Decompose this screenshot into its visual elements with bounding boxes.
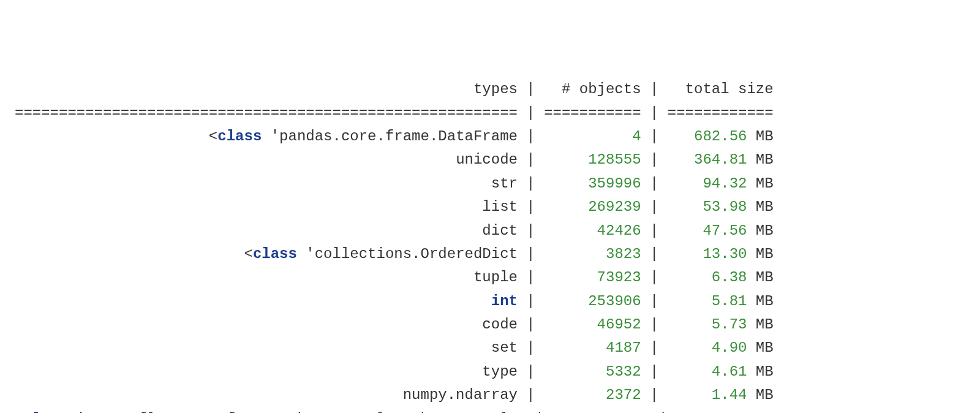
size-value: 4.90 xyxy=(712,339,747,356)
table-row: tuple | 73923 | 6.38 MB xyxy=(15,266,965,289)
size-unit: MB xyxy=(747,151,773,168)
type-name: list xyxy=(482,199,518,215)
object-count: 253906 xyxy=(588,293,641,309)
size-unit: MB xyxy=(747,269,773,286)
size-unit: MB xyxy=(747,339,773,356)
table-row: numpy.ndarray | 2372 | 1.44 MB xyxy=(15,384,965,407)
type-name: str xyxy=(491,175,518,192)
table-row: <class 'tensorflow.core.framework.attr_v… xyxy=(15,407,965,413)
type-prefix: < xyxy=(209,128,217,145)
type-prefix: < xyxy=(244,246,252,262)
object-count: 4 xyxy=(632,128,641,145)
size-unit: MB xyxy=(747,316,773,333)
type-name: set xyxy=(491,339,518,356)
table-row: set | 4187 | 4.90 MB xyxy=(15,336,965,360)
size-unit: MB xyxy=(747,199,773,215)
size-unit: MB xyxy=(747,222,773,239)
table-row: unicode | 128555 | 364.81 MB xyxy=(15,148,965,172)
object-count: 73923 xyxy=(597,269,641,286)
table-row: str | 359996 | 94.32 MB xyxy=(15,172,965,195)
type-name: tuple xyxy=(473,269,518,286)
keyword: class xyxy=(23,411,67,413)
keyword: class xyxy=(217,128,262,145)
size-unit: MB xyxy=(747,175,773,192)
object-count: 269239 xyxy=(588,199,641,215)
size-value: 4.61 xyxy=(712,363,747,380)
table-row: code | 46952 | 5.73 MB xyxy=(15,313,965,336)
size-value: 1.05 xyxy=(720,411,756,413)
object-count: 3823 xyxy=(606,246,641,262)
table-row: <class 'pandas.core.frame.DataFrame | 4 … xyxy=(15,125,965,148)
size-unit: MB xyxy=(747,128,773,145)
table-row: int | 253906 | 5.81 MB xyxy=(15,290,965,313)
type-name: 'tensorflow.core.framework.attr_value_pb… xyxy=(67,411,526,413)
object-count: 4187 xyxy=(606,339,641,356)
size-unit: MB xyxy=(747,363,773,380)
size-unit: MB xyxy=(747,246,773,262)
size-value: 53.98 xyxy=(703,199,747,215)
type-name: unicode xyxy=(456,151,518,168)
size-value: 1.44 xyxy=(712,387,747,403)
table-row: dict | 42426 | 47.56 MB xyxy=(15,219,965,243)
object-count: 5332 xyxy=(606,363,641,380)
object-count: 128555 xyxy=(588,151,641,168)
type-name: dict xyxy=(482,222,518,239)
object-count: 2372 xyxy=(606,387,641,403)
keyword: int xyxy=(491,293,518,309)
table-row: <class 'collections.OrderedDict | 3823 |… xyxy=(15,243,965,266)
table-row: type | 5332 | 4.61 MB xyxy=(15,360,965,384)
size-value: 364.81 xyxy=(694,151,747,168)
table-divider-row: ========================================… xyxy=(15,102,965,125)
table-row: list | 269239 | 53.98 MB xyxy=(15,195,965,219)
type-name: code xyxy=(482,316,518,333)
object-count: 359996 xyxy=(588,175,641,192)
size-value: 5.81 xyxy=(712,293,747,309)
memory-summary-output: types | # objects | total size==========… xyxy=(15,78,965,413)
type-name: type xyxy=(482,363,518,380)
size-value: 682.56 xyxy=(694,128,747,145)
object-count: 42426 xyxy=(597,222,641,239)
size-unit: MB xyxy=(756,411,782,413)
size-unit: MB xyxy=(747,293,773,309)
type-name: 'collections.OrderedDict xyxy=(297,246,518,262)
size-unit: MB xyxy=(747,387,773,403)
size-value: 13.30 xyxy=(703,246,747,262)
keyword: class xyxy=(253,246,297,262)
size-value: 94.32 xyxy=(703,175,747,192)
type-prefix: < xyxy=(15,411,23,413)
object-count: 9157 xyxy=(614,411,650,413)
object-count: 46952 xyxy=(597,316,641,333)
size-value: 6.38 xyxy=(712,269,747,286)
table-header-row: types | # objects | total size xyxy=(15,78,965,101)
type-name: numpy.ndarray xyxy=(403,387,518,403)
size-value: 47.56 xyxy=(703,222,747,239)
type-name: 'pandas.core.frame.DataFrame xyxy=(262,128,518,145)
size-value: 5.73 xyxy=(712,316,747,333)
